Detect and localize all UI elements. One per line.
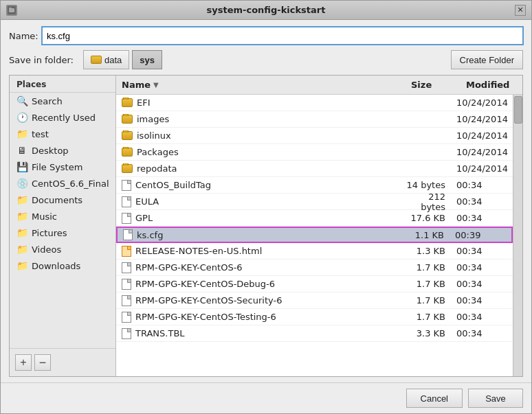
svg-rect-2 (9, 8, 12, 9)
file-row-efi[interactable]: EFI 10/24/2014 (116, 95, 513, 111)
search-icon: 🔍 (16, 95, 27, 106)
file-cell-name: GPL (116, 213, 396, 224)
file-icon (122, 312, 131, 323)
sidebar-item-documents-label: Documents (32, 195, 82, 205)
save-folder-label: Save in folder: (9, 55, 78, 65)
cancel-button[interactable]: Cancel (406, 389, 463, 408)
file-row-trans-tbl[interactable]: TRANS.TBL 3.3 KB 00:34 (116, 325, 513, 342)
sidebar-item-music[interactable]: 📁 Music (10, 208, 115, 225)
sidebar-item-recently-used-label: Recently Used (32, 113, 96, 123)
file-cell-modified: 00:34 (451, 328, 513, 338)
file-row-rpm-gpg-security-6[interactable]: RPM-GPG-KEY-CentOS-Security-6 1.7 KB 00:… (116, 292, 513, 309)
file-name: RPM-GPG-KEY-CentOS-Debug-6 (135, 279, 275, 289)
folder-icon (122, 131, 133, 140)
sidebar-item-search-label: Search (32, 96, 63, 106)
file-cell-name: TRANS.TBL (116, 328, 396, 339)
sidebar-item-filesystem[interactable]: 💾 File System (10, 159, 115, 175)
sidebar-item-search[interactable]: 🔍 Search (10, 93, 115, 109)
file-cell-name: RPM-GPG-KEY-CentOS-Debug-6 (116, 279, 396, 290)
centos-icon: 💿 (16, 178, 27, 189)
file-name: ks.cfg (137, 230, 163, 240)
file-cell-size: 17.6 KB (396, 213, 451, 223)
file-name: repodata (137, 163, 177, 174)
file-row-rpm-gpg-centos-6[interactable]: RPM-GPG-KEY-CentOS-6 1.7 KB 00:34 (116, 260, 513, 276)
bottom-bar: Cancel Save (1, 382, 531, 413)
file-icon (122, 180, 131, 191)
pictures-icon: 📁 (16, 227, 27, 238)
file-list: EFI 10/24/2014 images 10/24/2014 isolinu… (116, 95, 513, 376)
downloads-icon: 📁 (16, 260, 27, 271)
sidebar-item-downloads[interactable]: 📁 Downloads (10, 257, 115, 274)
sidebar-item-centos[interactable]: 💿 CentOS_6.6_Final (10, 175, 115, 192)
add-bookmark-button[interactable]: + (15, 354, 32, 371)
titlebar-title: system-config-kickstart (17, 5, 515, 15)
create-folder-button[interactable]: Create Folder (451, 50, 523, 69)
folder-icon (122, 98, 133, 107)
file-icon (123, 229, 133, 240)
file-cell-name: EFI (116, 97, 396, 108)
file-name: GPL (135, 213, 153, 223)
file-row-centos-buildtag[interactable]: CentOS_BuildTag 14 bytes 00:34 (116, 177, 513, 194)
file-icon (122, 262, 131, 273)
sidebar-item-documents[interactable]: 📁 Documents (10, 192, 115, 208)
file-name: RPM-GPG-KEY-CentOS-6 (135, 262, 243, 273)
file-cell-modified: 00:34 (451, 246, 513, 256)
file-cell-modified: 00:34 (451, 262, 513, 273)
scrollbar[interactable] (513, 95, 522, 376)
file-cell-size: 1.7 KB (396, 312, 451, 322)
file-cell-modified: 10/24/2014 (451, 97, 513, 108)
sidebar-item-pictures[interactable]: 📁 Pictures (10, 225, 115, 241)
sidebar-item-centos-label: CentOS_6.6_Final (32, 179, 109, 189)
breadcrumb-sys[interactable]: sys (132, 50, 162, 69)
file-name: RPM-GPG-KEY-CentOS-Security-6 (135, 295, 282, 306)
documents-icon: 📁 (16, 194, 27, 205)
sidebar-item-videos-label: Videos (32, 244, 61, 255)
sidebar-item-filesystem-label: File System (32, 162, 82, 172)
file-cell-modified: 10/24/2014 (451, 114, 513, 124)
column-size-header[interactable]: Size (406, 76, 461, 94)
file-name: Packages (137, 147, 179, 157)
file-row-eula[interactable]: EULA 212 bytes 00:34 (116, 194, 513, 210)
file-row-isolinux[interactable]: isolinux 10/24/2014 (116, 128, 513, 144)
file-cell-name: Packages (116, 147, 396, 157)
folder-icon (122, 164, 133, 173)
file-cell-name: images (116, 114, 396, 124)
file-row-rpm-gpg-debug-6[interactable]: RPM-GPG-KEY-CentOS-Debug-6 1.7 KB 00:34 (116, 276, 513, 292)
file-icon (122, 196, 131, 207)
sidebar-item-test-label: test (32, 129, 49, 139)
dialog: system-config-kickstart ✕ Name: Save in … (0, 0, 532, 414)
file-row-rpm-gpg-testing-6[interactable]: RPM-GPG-KEY-CentOS-Testing-6 1.7 KB 00:3… (116, 309, 513, 325)
scrollbar-thumb[interactable] (514, 96, 522, 124)
file-cell-size: 3.3 KB (396, 328, 451, 338)
file-row-release-notes[interactable]: RELEASE-NOTES-en-US.html 1.3 KB 00:34 (116, 243, 513, 260)
file-cell-name: RPM-GPG-KEY-CentOS-6 (116, 262, 396, 273)
file-cell-modified: 00:34 (451, 312, 513, 322)
file-cell-modified: 00:34 (451, 180, 513, 190)
sidebar-item-recently-used[interactable]: 🕐 Recently Used (10, 109, 115, 126)
sidebar-item-test[interactable]: 📁 test (10, 126, 115, 142)
sidebar-item-videos[interactable]: 📁 Videos (10, 241, 115, 257)
remove-bookmark-button[interactable]: − (34, 354, 51, 371)
column-name-header[interactable]: Name ▼ (116, 76, 406, 94)
file-row-gpl[interactable]: GPL 17.6 KB 00:34 (116, 210, 513, 227)
file-cell-size: 212 bytes (396, 192, 451, 212)
close-button[interactable]: ✕ (515, 5, 526, 16)
file-cell-name: isolinux (116, 130, 396, 141)
file-panel: Name ▼ Size Modified EFI 10/24/2014 (116, 76, 522, 376)
file-row-packages[interactable]: Packages 10/24/2014 (116, 144, 513, 161)
file-cell-name: RPM-GPG-KEY-CentOS-Security-6 (116, 295, 396, 306)
file-row-ks-cfg[interactable]: ks.cfg 1.1 KB 00:39 (116, 227, 513, 243)
sidebar-item-downloads-label: Downloads (32, 261, 80, 271)
html-file-icon (122, 246, 131, 257)
name-row: Name: (9, 27, 523, 45)
name-input[interactable] (42, 27, 523, 45)
save-button[interactable]: Save (468, 389, 523, 408)
breadcrumb-data[interactable]: data (83, 50, 129, 69)
titlebar: system-config-kickstart ✕ (1, 1, 531, 20)
sidebar-item-desktop[interactable]: 🖥 Desktop (10, 142, 115, 159)
file-row-repodata[interactable]: repodata 10/24/2014 (116, 161, 513, 177)
file-row-images[interactable]: images 10/24/2014 (116, 111, 513, 128)
column-modified-header[interactable]: Modified (461, 76, 522, 94)
file-cell-modified: 10/24/2014 (451, 130, 513, 141)
sidebar-item-music-label: Music (32, 211, 57, 222)
